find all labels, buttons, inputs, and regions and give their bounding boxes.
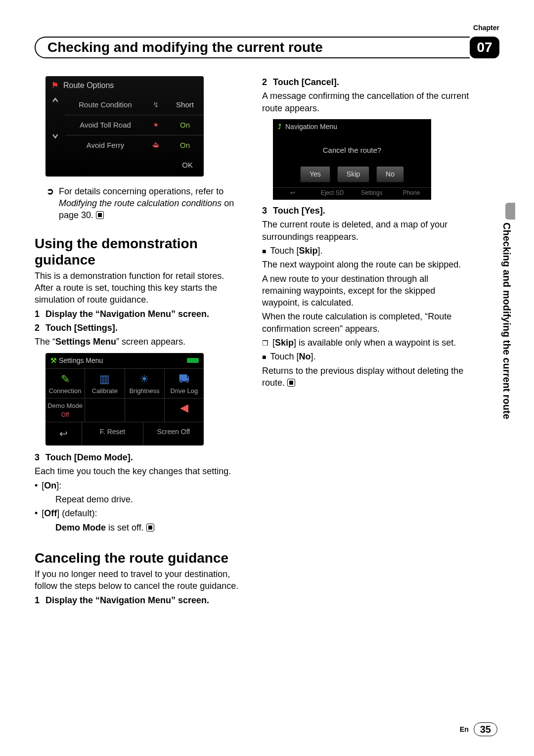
side-tab-stub (505, 203, 515, 220)
demo-intro: This is a demonstration function for ret… (35, 270, 242, 306)
route-row-icon: ↯ (145, 95, 166, 115)
down-arrow-icon: ⌄ (50, 123, 61, 140)
route-options-ok: OK (45, 155, 204, 176)
chapter-label: Chapter (473, 24, 499, 32)
nav-menu-title: Navigation Menu (285, 122, 337, 132)
nav-eject-tab: Eject SD (312, 188, 352, 198)
route-row-value: On (166, 115, 204, 135)
nav-skip-button: Skip (337, 166, 369, 182)
freset-button-label: F. Reset (82, 422, 143, 445)
no-bullet: Touch [No]. (262, 351, 470, 362)
right-column: 2Touch [Cancel]. A message confirming th… (262, 76, 470, 608)
reference-note: ➲ For details concerning operations, ref… (46, 185, 242, 222)
settings-tile: ⛟Drive Log (165, 369, 204, 399)
nav-back-tab: ↩ (273, 188, 312, 198)
route-row-label: Avoid Toll Road (65, 115, 145, 135)
demo-step3: 3Touch [Demo Mode]. (35, 451, 242, 463)
no-body: Returns to the previous display without … (262, 365, 470, 389)
demo-step2: 2Touch [Settings]. (35, 322, 242, 334)
nav-settings-tab: Settings (352, 188, 392, 198)
nav-yes-button: Yes (300, 166, 330, 182)
left-column: ⚑ Route Options ⌃ ⌄ Route Condition ↯ Sh… (35, 76, 242, 608)
cancel-heading: Canceling the route guidance (35, 550, 242, 566)
nav-back-icon: ⤴ (278, 122, 281, 132)
chapter-number-badge: 07 (470, 37, 499, 58)
flag-icon: ⚑ (51, 80, 58, 91)
skip-body3: When the route calculation is completed,… (262, 311, 470, 335)
demo-step1: 1Display the “Navigation Menu” screen. (35, 308, 242, 320)
settings-tile: ▥Calibrate (85, 369, 125, 399)
demo-mode-tile: Demo Mode Off (45, 399, 85, 422)
cancel-step2: 2Touch [Cancel]. (262, 76, 470, 88)
cancel-step3-body: The current route is deleted, and a map … (262, 219, 470, 243)
demo-step2-body: The “Settings Menu” screen appears. (35, 336, 242, 348)
ref-note-lead: For details concerning operations, refer… (59, 186, 223, 196)
nav-phone-tab: Phone (392, 188, 431, 198)
chapter-title: Checking and modifying the current route (35, 37, 470, 58)
demo-heading: Using the demonstration guidance (35, 236, 242, 267)
link-arrow-icon: ➲ (46, 185, 54, 222)
chapter-header: Checking and modifying the current route… (35, 37, 499, 58)
skip-note: [Skip] is available only when a waypoint… (262, 337, 470, 349)
settings-tile: ✎Connection (45, 369, 85, 399)
cancel-step3: 3Touch [Yes]. (262, 205, 470, 217)
settings-menu-screenshot: ⚒ Settings Menu ✎Connection ▥Calibrate ☀… (45, 353, 204, 446)
cancel-step2-body: A message confirming the cancellation of… (262, 90, 470, 114)
route-row-value: On (166, 135, 204, 155)
demo-off-desc: Demo Mode is set off. (55, 522, 242, 534)
demo-on-bullet: [On]: (35, 480, 242, 491)
back-arrow-tile: ◀ (165, 399, 204, 422)
route-options-screenshot: ⚑ Route Options ⌃ ⌄ Route Condition ↯ Sh… (45, 76, 204, 177)
navigation-menu-screenshot: ⤴ Navigation Menu Cancel the route? Yes … (273, 119, 431, 200)
route-row-label: Avoid Ferry (65, 135, 145, 155)
route-row-value: Short (166, 95, 204, 115)
route-row-icon: ✶ (145, 115, 166, 135)
demo-step3-body: Each time you touch the key changes that… (35, 465, 242, 477)
cancel-intro: If you no longer need to travel to your … (35, 568, 242, 592)
demo-off-bullet: [Off] (default): (35, 507, 242, 519)
settings-menu-title: Settings Menu (59, 356, 103, 364)
footer-lang: En (460, 725, 469, 733)
up-arrow-icon: ⌃ (50, 95, 61, 113)
route-options-title: Route Options (63, 80, 114, 91)
nav-msg: Cancel the route? (273, 134, 431, 166)
screen-off-button-label: Screen Off (143, 422, 204, 445)
end-mark-icon (96, 211, 104, 219)
demo-on-desc: Repeat demo drive. (55, 493, 242, 505)
skip-bullet: Touch [Skip]. (262, 245, 470, 257)
nav-no-button: No (376, 166, 404, 182)
end-mark-icon (146, 524, 154, 532)
skip-body: The next waypoint along the route can be… (262, 259, 470, 270)
end-mark-icon (287, 379, 295, 387)
settings-tile: ☀Brightness (125, 369, 165, 399)
side-tab-label: Checking and modifying the current route (501, 222, 512, 419)
route-row-label: Route Condition (65, 95, 145, 115)
ref-note-em: Modifying the route calculation conditio… (59, 198, 222, 208)
page-footer: En 35 (460, 722, 497, 736)
back-icon: ↩ (45, 422, 82, 445)
skip-body2: A new route to your destination through … (262, 273, 470, 309)
battery-icon (187, 358, 199, 363)
footer-page-number: 35 (474, 722, 497, 736)
tool-icon: ⚒ (50, 356, 57, 364)
cancel-step1: 1Display the “Navigation Menu” screen. (35, 594, 242, 606)
route-row-icon: ⛴ (145, 135, 166, 155)
